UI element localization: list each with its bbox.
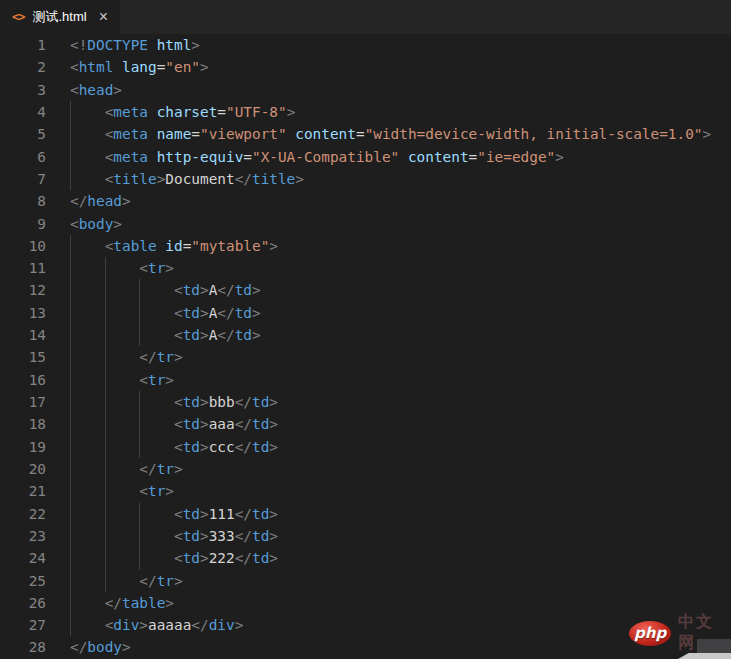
line-number[interactable]: 3 [0, 79, 46, 101]
code-line[interactable]: 21 <tr> [0, 480, 731, 502]
punctuation: < [174, 550, 183, 566]
code-line[interactable]: 13 <td>A</td> [0, 302, 731, 324]
code-line[interactable]: 17 <td>bbb</td> [0, 391, 731, 413]
code-line[interactable]: 24 <td>222</td> [0, 547, 731, 569]
code-line[interactable]: 26 </table> [0, 592, 731, 614]
code-line[interactable]: 22 <td>111</td> [0, 503, 731, 525]
line-number[interactable]: 9 [0, 213, 46, 235]
code-line[interactable]: 27 <div>aaaaa</div> [0, 614, 731, 636]
tag-name: table [113, 238, 156, 254]
whitespace [148, 126, 157, 142]
whitespace [70, 394, 174, 410]
indent-guide [139, 391, 140, 413]
line-number[interactable]: 24 [0, 547, 46, 569]
code-line[interactable]: 15 </tr> [0, 346, 731, 368]
text-content: aaa [209, 416, 235, 432]
punctuation: > [252, 282, 261, 298]
line-number[interactable]: 12 [0, 279, 46, 301]
code-line-content: <head> [70, 79, 122, 101]
code-line[interactable]: 8</head> [0, 190, 731, 212]
code-line[interactable]: 16 <tr> [0, 369, 731, 391]
code-line[interactable]: 2<html lang="en"> [0, 56, 731, 78]
tag-name: td [235, 282, 252, 298]
punctuation: > [269, 416, 278, 432]
line-number[interactable]: 16 [0, 369, 46, 391]
line-number[interactable]: 8 [0, 190, 46, 212]
code-line-content: <div>aaaaa</div> [70, 614, 243, 636]
code-line[interactable]: 14 <td>A</td> [0, 324, 731, 346]
indent-guide [139, 503, 140, 525]
equals-sign: = [191, 126, 200, 142]
line-number[interactable]: 14 [0, 324, 46, 346]
line-number[interactable]: 27 [0, 614, 46, 636]
code-editor[interactable]: 1<!DOCTYPE html>2<html lang="en">3<head>… [0, 34, 731, 659]
punctuation: < [174, 439, 183, 455]
close-icon[interactable]: × [99, 9, 108, 25]
attribute-name: content [295, 126, 356, 142]
indent-guide [70, 101, 71, 123]
line-number[interactable]: 25 [0, 570, 46, 592]
punctuation: </ [139, 573, 156, 589]
indent-guide [105, 369, 106, 391]
code-line[interactable]: 6 <meta http-equiv="X-UA-Compatible" con… [0, 146, 731, 168]
code-line[interactable]: 5 <meta name="viewport" content="width=d… [0, 123, 731, 145]
punctuation: </ [191, 617, 208, 633]
code-line[interactable]: 10 <table id="mytable"> [0, 235, 731, 257]
code-line[interactable]: 9<body> [0, 213, 731, 235]
whitespace [70, 171, 105, 187]
punctuation: </ [139, 461, 156, 477]
indent-guide [105, 480, 106, 502]
line-number[interactable]: 6 [0, 146, 46, 168]
tag-name: td [183, 506, 200, 522]
file-tab[interactable]: <> 测试.html × [0, 0, 120, 34]
tag-name: td [235, 327, 252, 343]
line-number[interactable]: 22 [0, 503, 46, 525]
code-line[interactable]: 25 </tr> [0, 570, 731, 592]
code-line-content: <table id="mytable"> [70, 235, 278, 257]
attribute-value: "en" [165, 59, 200, 75]
code-line[interactable]: 12 <td>A</td> [0, 279, 731, 301]
code-line[interactable]: 18 <td>aaa</td> [0, 413, 731, 435]
line-number[interactable]: 10 [0, 235, 46, 257]
indent-guide [70, 458, 71, 480]
indent-guide [70, 547, 71, 569]
tag-name: td [183, 439, 200, 455]
whitespace [399, 149, 408, 165]
code-line[interactable]: 4 <meta charset="UTF-8"> [0, 101, 731, 123]
code-line[interactable]: 11 <tr> [0, 257, 731, 279]
line-number[interactable]: 1 [0, 34, 46, 56]
line-number[interactable]: 28 [0, 636, 46, 658]
line-number[interactable]: 18 [0, 413, 46, 435]
indent-guide [105, 570, 106, 592]
indent-guide [139, 302, 140, 324]
line-number[interactable]: 23 [0, 525, 46, 547]
tag-name: meta [113, 104, 148, 120]
code-line[interactable]: 19 <td>ccc</td> [0, 436, 731, 458]
code-line[interactable]: 28</body> [0, 636, 731, 658]
line-number[interactable]: 11 [0, 257, 46, 279]
line-number[interactable]: 20 [0, 458, 46, 480]
line-number[interactable]: 26 [0, 592, 46, 614]
indent-guide [70, 346, 71, 368]
code-line[interactable]: 3<head> [0, 79, 731, 101]
punctuation: < [139, 260, 148, 276]
line-number[interactable]: 2 [0, 56, 46, 78]
code-line-content: <meta name="viewport" content="width=dev… [70, 123, 711, 145]
line-number[interactable]: 17 [0, 391, 46, 413]
indent-guide [105, 525, 106, 547]
line-number[interactable]: 7 [0, 168, 46, 190]
line-number[interactable]: 5 [0, 123, 46, 145]
code-line[interactable]: 7 <title>Document</title> [0, 168, 731, 190]
code-line[interactable]: 1<!DOCTYPE html> [0, 34, 731, 56]
indent-guide [70, 503, 71, 525]
line-number[interactable]: 4 [0, 101, 46, 123]
code-line[interactable]: 23 <td>333</td> [0, 525, 731, 547]
indent-guide [70, 614, 71, 636]
line-number[interactable]: 15 [0, 346, 46, 368]
code-line[interactable]: 20 </tr> [0, 458, 731, 480]
line-number[interactable]: 19 [0, 436, 46, 458]
line-number[interactable]: 21 [0, 480, 46, 502]
line-number[interactable]: 13 [0, 302, 46, 324]
indent-guide [70, 480, 71, 502]
indent-guide [139, 413, 140, 435]
